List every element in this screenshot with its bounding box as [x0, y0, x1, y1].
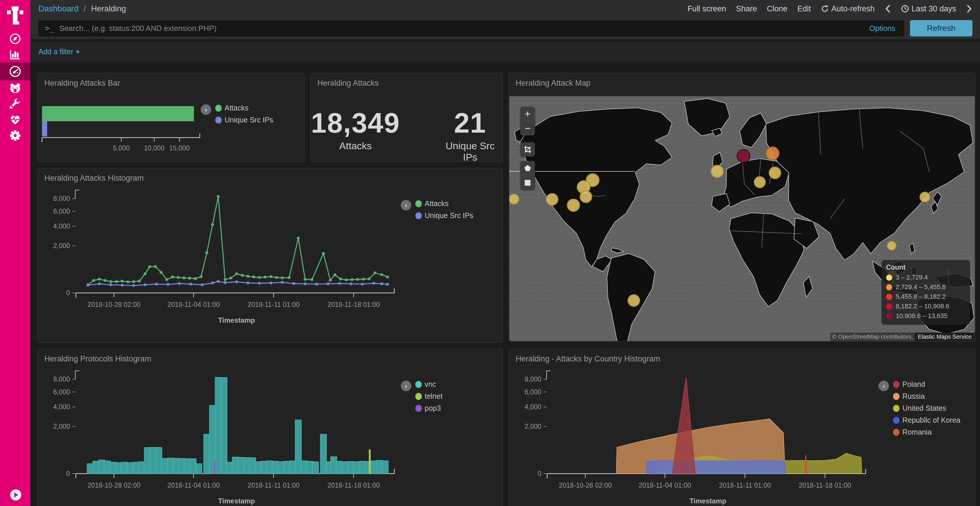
legend-item[interactable]: Poland [893, 380, 961, 389]
time-range-picker[interactable]: Last 30 days [901, 5, 956, 13]
attack-map-dot[interactable] [766, 147, 779, 160]
svg-text:8,000: 8,000 [53, 195, 70, 202]
legend-dot-icon [886, 303, 892, 309]
legend-item[interactable]: Romania [893, 428, 961, 436]
nav-action-share[interactable]: Share [736, 5, 757, 13]
legend-item[interactable]: pop3 [415, 404, 442, 412]
panel-attacks-histogram: Heralding Attacks Histogram 2018-10-28 0… [37, 168, 503, 343]
svg-text:2,000: 2,000 [53, 423, 70, 430]
legend-item[interactable]: telnet [415, 392, 442, 400]
sidebar-item-discover[interactable] [0, 31, 30, 47]
map-zoom-in-button[interactable]: + [520, 107, 535, 121]
sidebar-item-management[interactable] [0, 128, 30, 143]
attack-map-dot[interactable] [920, 192, 930, 202]
nav-action-full-screen[interactable]: Full screen [687, 5, 726, 13]
legend-item[interactable]: Republic of Korea [893, 416, 961, 424]
attack-map-dot[interactable] [567, 199, 579, 211]
search-input[interactable]: >_ Search... (e.g. status:200 AND extens… [38, 21, 904, 36]
nav-action-clone[interactable]: Clone [767, 5, 788, 13]
svg-text:15,000: 15,000 [169, 144, 189, 152]
svg-text:0: 0 [66, 289, 70, 297]
osm-attribution[interactable]: © OpenStreetMap contributors, [830, 333, 915, 341]
sidebar-item-dev-tools[interactable] [0, 96, 30, 112]
legend-item[interactable]: Attacks [215, 104, 273, 112]
world-map[interactable]: + − [509, 96, 975, 341]
map-fit-data-button[interactable] [520, 142, 535, 157]
chart-legend: ›AttacksUnique Src IPs [200, 104, 273, 128]
sidebar-item-monitoring[interactable] [0, 112, 30, 128]
breadcrumb-separator: / [84, 4, 86, 13]
legend-title: Count [886, 263, 966, 271]
attack-map-dot[interactable] [546, 194, 558, 205]
legend-item[interactable]: Unique Src IPs [215, 116, 273, 124]
gear-icon [9, 129, 21, 142]
legend-collapse-icon[interactable]: › [878, 381, 889, 391]
elastic-maps-attribution[interactable]: Elastic Maps Service [915, 333, 975, 341]
legend-collapse-icon[interactable]: › [200, 104, 211, 115]
metric-unique-src-ips: 21 Unique Src IPs [438, 107, 502, 163]
breadcrumb-dashboard-link[interactable]: Dashboard [38, 4, 78, 13]
svg-text:2,000: 2,000 [524, 423, 541, 430]
attack-map-dot[interactable] [580, 191, 592, 203]
auto-refresh-button[interactable]: Auto-refresh [821, 5, 875, 13]
sidebar-item-dashboard[interactable] [0, 62, 30, 81]
map-draw-polygon-button[interactable] [520, 161, 535, 175]
clock-icon [901, 5, 909, 13]
svg-text:2018-11-18 01:00: 2018-11-18 01:00 [799, 482, 851, 489]
legend-dot-icon [415, 200, 422, 207]
attack-map-dot[interactable] [887, 241, 896, 250]
legend-item[interactable]: Russia [893, 392, 961, 400]
attack-map-dot[interactable] [628, 295, 640, 306]
options-link[interactable]: Options [869, 24, 896, 33]
attack-map-dot[interactable] [754, 177, 765, 188]
attack-map-dot[interactable] [711, 165, 723, 178]
metric-label: Attacks [311, 140, 400, 152]
legend-collapse-icon[interactable]: › [401, 200, 411, 211]
map-fit-control [520, 142, 535, 157]
chart-legend: ›AttacksUnique Src IPs [401, 199, 473, 223]
wrench-icon [9, 98, 21, 110]
play-icon [14, 492, 18, 498]
svg-text:2018-10-28 02:00: 2018-10-28 02:00 [559, 482, 612, 489]
legend-item[interactable]: United States [893, 404, 961, 412]
telekom-logo[interactable] [7, 6, 23, 25]
sidebar-expand-button[interactable] [10, 489, 21, 500]
map-draw-rectangle-button[interactable] [520, 175, 535, 190]
map-attribution: © OpenStreetMap contributors, Elastic Ma… [830, 332, 975, 341]
legend-dot-icon [893, 429, 899, 436]
legend-item[interactable]: Attacks [415, 199, 473, 208]
legend-dot-icon [215, 105, 222, 112]
square-icon [524, 179, 531, 186]
chart-legend: ›vnctelnetpop3 [401, 380, 442, 416]
svg-text:6,000: 6,000 [53, 388, 70, 396]
svg-text:2018-10-28 02:00: 2018-10-28 02:00 [88, 301, 141, 308]
svg-text:0: 0 [538, 470, 541, 477]
refresh-button[interactable]: Refresh [910, 20, 972, 36]
map-legend-item: 8,182.2 – 10,908.6 [886, 303, 966, 310]
legend-series-label: Unique Src IPs [425, 211, 473, 220]
legend-item[interactable]: Unique Src IPs [415, 211, 473, 220]
svg-text:2018-11-11 01:00: 2018-11-11 01:00 [248, 301, 299, 308]
panel-title: Heralding Attacks Histogram [38, 168, 502, 183]
svg-text:2,000: 2,000 [53, 242, 70, 249]
plus-icon: + [76, 48, 80, 56]
legend-item[interactable]: vnc [415, 380, 442, 389]
nav-action-edit[interactable]: Edit [797, 5, 811, 13]
attack-map-dot[interactable] [769, 167, 781, 179]
time-back-button[interactable] [885, 5, 891, 13]
legend-series-label: vnc [425, 380, 436, 389]
legend-dot-icon [415, 381, 422, 388]
attack-map-dot[interactable] [737, 149, 750, 162]
sidebar-item-bear[interactable] [0, 81, 30, 96]
legend-collapse-icon[interactable]: › [401, 381, 411, 391]
time-forward-button[interactable] [966, 5, 972, 13]
attack-map-dot[interactable] [509, 194, 519, 204]
legend-series-label: Attacks [425, 199, 449, 208]
legend-range-label: 5,455.8 – 8,182.2 [896, 293, 946, 300]
map-zoom-out-button[interactable]: − [520, 121, 535, 136]
legend-dot-icon [893, 393, 899, 400]
sidebar-item-visualize[interactable] [0, 47, 30, 62]
add-filter-link[interactable]: Add a filter+ [38, 48, 80, 56]
legend-series-label: Romania [902, 428, 932, 436]
metric-value: 21 [438, 107, 502, 139]
